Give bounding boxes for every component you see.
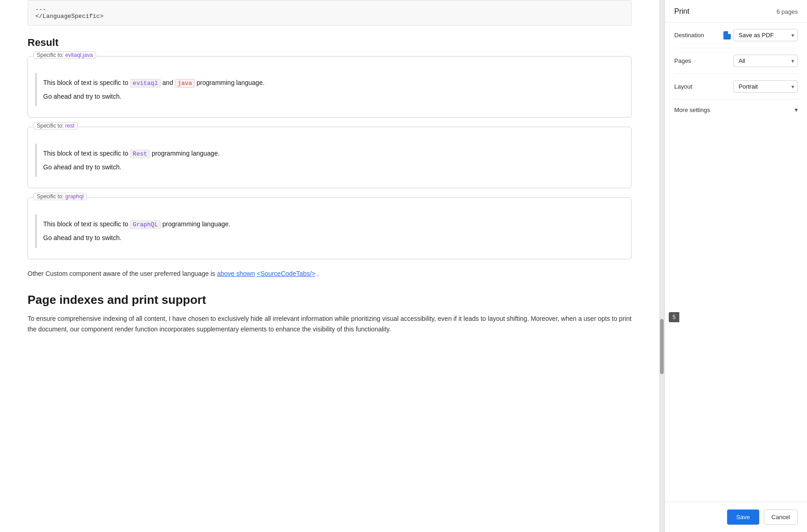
text-and: and [161,79,175,86]
inline-code-java: java [175,79,195,88]
more-settings-chevron-icon[interactable]: ▾ [795,106,798,113]
lang-block-evitaql-java: Specific to: evitaql,java This block of … [28,56,632,118]
inline-code-evitaql: evitaql [130,79,161,88]
lang-block-rest: Specific to: rest This block of text is … [28,127,632,188]
layout-select-wrapper: Portrait ▾ [734,80,798,93]
inline-code-graphql: GraphQL [130,220,161,229]
print-layout-row: Layout Portrait ▾ [674,74,798,100]
page-indexes-section: Page indexes and print support To ensure… [28,293,632,335]
pages-select[interactable]: All [734,55,798,67]
print-pages-row: Pages All ▾ [674,48,798,74]
text-block-p2-evitaql-java: Go ahead and try to switch. [43,91,617,101]
pdf-icon [723,31,731,39]
lang-block-inner-evitaql-java: This block of text is specific to evitaq… [28,56,631,117]
text-pre-graphql: This block of text is specific to [43,220,130,228]
code-line-2: </LanguageSpecific> [35,13,624,20]
text-post-evitaql-java: programming language. [195,79,265,86]
code-block-top: --- </LanguageSpecific> [28,0,632,26]
page-indexes-body: To ensure comprehensive indexing of all … [28,314,632,335]
scroll-number: 5 [672,314,676,320]
print-destination-row: Destination Save as PDF ▾ [674,22,798,48]
text-block-graphql: This block of text is specific to GraphQ… [35,214,624,247]
lang-name-rest: rest [65,123,74,129]
text-block-p1-evitaql-java: This block of text is specific to evitaq… [43,78,617,89]
print-settings: Destination Save as PDF ▾ Pages A [665,22,807,502]
pages-select-wrapper: All ▾ [734,55,798,67]
page-indexes-heading: Page indexes and print support [28,293,632,307]
lang-label-evitaql-java: Specific to: evitaql,java [34,51,96,59]
code-line-1: --- [35,6,624,13]
cancel-button[interactable]: Cancel [764,510,798,525]
text-block-rest: This block of text is specific to Rest p… [35,144,624,177]
lang-block-graphql: Specific to: graphql This block of text … [28,197,632,259]
layout-select[interactable]: Portrait [734,80,798,93]
text-block-p2-graphql: Go ahead and try to switch. [43,233,617,243]
print-pages-badge: 6 pages [777,8,798,15]
scroll-indicator: 5 [669,312,679,322]
lang-block-inner-graphql: This block of text is specific to GraphQ… [28,198,631,258]
inline-code-rest: Rest [130,150,150,158]
lang-label-prefix-graphql: Specific to: [37,193,65,200]
main-scrollbar[interactable] [659,0,665,532]
result-heading: Result [28,37,632,49]
main-content: --- </LanguageSpecific> Result Specific … [0,0,659,532]
print-footer: Save Cancel [665,502,807,532]
more-settings-label: More settings [674,106,710,113]
destination-select-wrapper: Save as PDF ▾ [723,29,798,41]
other-component-post: . [316,270,319,277]
text-block-evitaql-java: This block of text is specific to evitaq… [35,73,624,106]
lang-label-rest: Specific to: rest [34,122,78,129]
text-pre-rest: This block of text is specific to [43,150,130,157]
text-block-p1-graphql: This block of text is specific to GraphQ… [43,219,617,230]
destination-select[interactable]: Save as PDF [734,29,798,41]
lang-block-inner-rest: This block of text is specific to Rest p… [28,127,631,188]
scrollbar-thumb[interactable] [660,319,664,374]
above-shown-link[interactable]: above shown [217,270,255,277]
save-button[interactable]: Save [727,510,759,525]
text-post-rest: programming language. [150,150,220,157]
layout-label: Layout [674,83,692,90]
other-component-line: Other Custom component aware of the user… [28,269,632,279]
text-pre-evitaql: This block of text is specific to [43,79,130,86]
destination-label: Destination [674,32,704,39]
lang-label-prefix-rest: Specific to: [37,123,65,129]
save-as-pdf-wrapper: Save as PDF ▾ [723,29,798,41]
print-panel-header: Print 6 pages [665,0,807,22]
lang-label-prefix: Specific to: [37,52,65,58]
more-settings-row[interactable]: More settings ▾ [674,100,798,120]
source-code-tabs-link[interactable]: <SourceCodeTabs/> [257,270,316,277]
lang-label-graphql: Specific to: graphql [34,193,87,200]
lang-name-graphql: graphql [65,193,84,200]
text-block-p2-rest: Go ahead and try to switch. [43,162,617,172]
print-panel: Print 6 pages Destination Save as PDF ▾ [665,0,807,532]
lang-name-evitaql-java: evitaql,java [65,52,93,58]
pages-label: Pages [674,57,691,64]
text-block-p1-rest: This block of text is specific to Rest p… [43,148,617,159]
other-component-pre: Other Custom component aware of the user… [28,270,217,277]
text-post-graphql: programming language. [161,220,231,228]
print-title: Print [674,7,689,16]
